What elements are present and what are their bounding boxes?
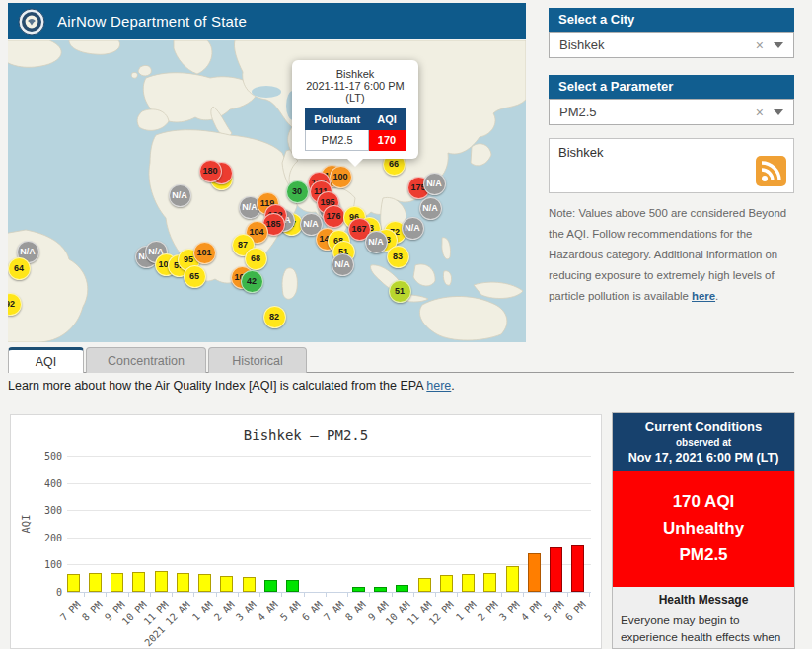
popup-col-pollutant: Pollutant xyxy=(306,109,369,130)
map-aqi-marker[interactable]: 42 xyxy=(241,270,263,293)
aqi-value: 170 AQI xyxy=(613,488,794,515)
city-chevron-down-icon[interactable] xyxy=(774,42,783,48)
city-select-dropdown[interactable]: Bishkek × xyxy=(549,32,794,58)
map-aqi-marker[interactable]: 100 xyxy=(330,166,352,188)
rss-icon[interactable] xyxy=(756,156,786,186)
tab-aqi[interactable]: AQI xyxy=(8,347,84,373)
chart-bar-11-am[interactable] xyxy=(418,578,431,592)
note-suffix: . xyxy=(715,290,718,302)
x-axis-tick xyxy=(413,593,414,597)
popup-timezone: (LT) xyxy=(298,92,412,104)
chart-bar-4-pm[interactable] xyxy=(528,553,541,592)
x-axis-tick xyxy=(304,593,305,597)
aqi-parameter: PM2.5 xyxy=(613,541,794,568)
chart-bar-2-am[interactable] xyxy=(220,576,233,592)
x-axis-tick xyxy=(457,593,458,597)
x-axis-tick xyxy=(347,593,348,597)
chart-bar-9-pm[interactable] xyxy=(111,573,123,592)
chart-bar-4-am[interactable] xyxy=(264,580,277,592)
chart-bar-6-pm[interactable] xyxy=(571,545,584,592)
popup-pointer xyxy=(347,159,363,167)
map-aqi-marker[interactable]: 176 xyxy=(323,205,345,228)
health-message-title: Health Message xyxy=(621,593,786,607)
rss-feed-box: Bishkek xyxy=(549,138,794,193)
chart-bar-3-am[interactable] xyxy=(243,577,256,592)
chart-bar-8-pm[interactable] xyxy=(89,573,102,592)
x-axis-tick xyxy=(216,593,217,597)
map-aqi-marker[interactable]: 180 xyxy=(199,160,222,182)
gridline xyxy=(67,510,591,511)
gridline xyxy=(67,483,591,484)
gridline xyxy=(67,538,591,539)
chart-bar-5-pm[interactable] xyxy=(550,547,562,592)
x-axis-tick xyxy=(326,593,327,597)
app-header: AirNow Department of State xyxy=(8,3,526,39)
tab-bar: AQI Concentration Historical xyxy=(8,347,794,373)
parameter-clear-icon[interactable]: × xyxy=(746,105,774,120)
y-axis-tick-label: 500 xyxy=(29,451,62,462)
note-link[interactable]: here xyxy=(692,290,715,302)
y-axis-tick-label: 300 xyxy=(29,505,62,516)
chart-bar-12-pm[interactable] xyxy=(440,575,453,592)
chart-bar-5-am[interactable] xyxy=(286,580,299,592)
map-aqi-marker[interactable]: 51 xyxy=(389,280,411,303)
chart-x-axis xyxy=(67,592,591,593)
chart-bar-1-am[interactable] xyxy=(198,574,211,592)
chart-bar-7-pm[interactable] xyxy=(67,574,80,592)
chart-bar-10-pm[interactable] xyxy=(132,572,145,592)
map-aqi-marker[interactable]: 30 xyxy=(286,180,309,203)
city-clear-icon[interactable]: × xyxy=(746,37,774,53)
chart-bar-3-pm[interactable] xyxy=(506,566,519,592)
map-aqi-marker[interactable]: 68 xyxy=(245,248,267,270)
aqi-category: Unhealthy xyxy=(613,515,794,541)
parameter-select-value: PM2.5 xyxy=(550,105,746,119)
map-aqi-marker[interactable]: N/A xyxy=(419,197,442,220)
map-aqi-marker[interactable]: N/A xyxy=(423,173,446,195)
observed-at-value: Nov 17, 2021 6:00 PM (LT) xyxy=(615,451,792,465)
x-axis-tick xyxy=(589,593,590,597)
x-axis-tick xyxy=(106,593,107,597)
parameter-select-label: Select a Parameter xyxy=(549,75,794,99)
x-axis-tick xyxy=(84,593,85,597)
x-axis-tick xyxy=(238,593,239,597)
popup-col-aqi: AQI xyxy=(369,109,406,130)
parameter-select-dropdown[interactable]: PM2.5 × xyxy=(549,99,794,125)
x-axis-tick xyxy=(501,593,502,597)
gridline xyxy=(67,456,591,457)
map-popup: Bishkek 2021-11-17 6:00 PM (LT) Pollutan… xyxy=(292,60,418,159)
chart-bar-nov-17-2021-12-am[interactable] xyxy=(177,573,189,592)
parameter-chevron-down-icon[interactable] xyxy=(774,109,783,115)
x-axis-tick xyxy=(128,593,129,597)
map-aqi-marker[interactable]: N/A xyxy=(332,253,354,276)
dos-seal-icon xyxy=(18,8,45,36)
app-title: AirNow Department of State xyxy=(57,13,247,30)
world-map[interactable]: 53180N/AN/A6492N/AN/A107599510165N/A1195… xyxy=(8,40,526,342)
map-aqi-marker[interactable]: 83 xyxy=(387,246,409,268)
popup-aqi-value: 170 xyxy=(369,130,406,151)
popup-pollutant-value: PM2.5 xyxy=(306,130,369,151)
popup-table: Pollutant AQI PM2.5 170 xyxy=(305,108,406,151)
chart-bar-1-pm[interactable] xyxy=(462,574,475,592)
tab-concentration[interactable]: Concentration xyxy=(86,347,206,373)
aqi-status-block: 170 AQI Unhealthy PM2.5 xyxy=(613,471,794,587)
map-aqi-marker[interactable]: 64 xyxy=(8,257,31,280)
x-axis-tick xyxy=(150,593,151,597)
map-aqi-marker[interactable]: N/A xyxy=(402,217,424,240)
chart-bar-10-am[interactable] xyxy=(396,585,408,592)
learn-more-prefix: Learn more about how the Air Quality Ind… xyxy=(8,379,426,393)
tab-aqi-label: AQI xyxy=(36,355,57,369)
map-aqi-marker[interactable]: 82 xyxy=(263,306,286,328)
map-aqi-marker[interactable]: N/A xyxy=(169,184,191,207)
rss-city-label: Bishkek xyxy=(558,145,604,160)
tab-concentration-label: Concentration xyxy=(108,354,185,368)
health-message-text: Everyone may begin to experience health … xyxy=(621,613,786,649)
tab-historical[interactable]: Historical xyxy=(208,347,307,373)
y-axis-tick-label: 200 xyxy=(29,533,62,543)
learn-more-link[interactable]: here xyxy=(426,379,451,393)
popup-city: Bishkek xyxy=(298,68,412,80)
map-aqi-marker[interactable]: N/A xyxy=(365,231,388,253)
map-aqi-marker[interactable]: 65 xyxy=(184,265,206,288)
chart-bar-2-pm[interactable] xyxy=(483,573,496,592)
map-aqi-marker[interactable]: 101 xyxy=(193,242,216,264)
chart-bar-11-pm[interactable] xyxy=(155,571,168,592)
